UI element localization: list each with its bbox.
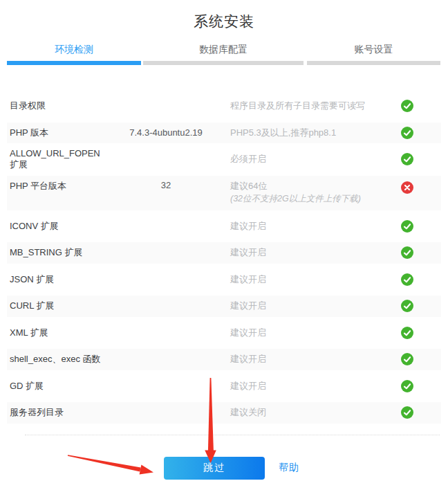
check-item-label: MB_STRING 扩展 <box>7 246 111 259</box>
requirement-text: 建议开启 <box>230 380 401 392</box>
check-item-row: ALLOW_URL_FOPEN 扩展 必须开启 <box>7 146 441 173</box>
check-item-label: GD 扩展 <box>7 380 111 392</box>
check-item-status <box>401 273 441 286</box>
status-pass-icon <box>401 273 413 286</box>
check-item-status <box>401 153 441 165</box>
check-item-label: XML 扩展 <box>7 327 111 339</box>
check-item-requirement: 建议开启 <box>221 220 401 233</box>
requirement-text: PHP5.3及以上,推荐php8.1 <box>230 127 401 139</box>
check-item-requirement: 必须开启 <box>221 153 401 165</box>
check-item-current-value: 32 <box>111 176 221 190</box>
tab-environment-check[interactable]: 环境检测 <box>7 44 141 55</box>
check-item-requirement: 建议开启 <box>221 380 401 392</box>
check-item-label: 服务器列目录 <box>7 406 111 419</box>
check-item-requirement: 建议开启 <box>221 353 401 365</box>
requirement-text: 建议开启 <box>230 353 401 365</box>
check-item-status <box>401 176 441 194</box>
status-pass-icon <box>401 406 413 419</box>
check-item-label: ICONV 扩展 <box>7 220 111 233</box>
check-item-status <box>401 380 441 392</box>
requirement-text: 建议开启 <box>230 246 401 259</box>
check-item-current-value: 7.4.3-4ubuntu2.19 <box>111 127 221 138</box>
skip-button[interactable]: 跳过 <box>164 457 265 480</box>
footer-actions: 跳过 帮助 <box>0 457 448 480</box>
check-item-status <box>401 100 441 112</box>
check-item-label: CURL 扩展 <box>7 300 111 312</box>
check-item-row: XML 扩展 建议开启 <box>7 320 441 347</box>
check-item-status <box>401 127 441 139</box>
requirement-text: 建议开启 <box>230 220 401 233</box>
requirement-text: 建议开启 <box>230 327 401 339</box>
check-item-label: JSON 扩展 <box>7 273 111 286</box>
check-item-row: CURL 扩展 建议开启 <box>7 293 441 320</box>
check-item-status <box>401 327 441 339</box>
status-pass-icon <box>401 153 413 165</box>
check-item-status <box>401 300 441 312</box>
page-title: 系统安装 <box>0 12 448 30</box>
check-item-label: PHP 平台版本 <box>7 176 111 192</box>
check-item-row: shell_exec、exec 函数 建议开启 <box>7 346 441 373</box>
check-item-label: PHP 版本 <box>7 127 111 139</box>
footer-separator <box>25 435 440 435</box>
progress-segment <box>307 61 440 65</box>
status-pass-icon <box>401 246 413 259</box>
check-item-row: ICONV 扩展 建议开启 <box>7 213 441 240</box>
check-item-requirement: 程序目录及所有子目录需要可读写 <box>221 100 401 112</box>
progress-segment <box>143 61 304 65</box>
check-item-requirement: 建议关闭 <box>221 406 401 419</box>
check-item-requirement: 建议开启 <box>221 327 401 339</box>
check-item-row: 目录权限 程序目录及所有子目录需要可读写 <box>7 93 441 120</box>
wizard-steps: 环境检测 数据库配置 账号设置 <box>7 44 441 65</box>
check-item-row: JSON 扩展 建议开启 <box>7 266 441 293</box>
check-item-requirement: 建议开启 <box>221 246 401 259</box>
check-item-requirement: PHP5.3及以上,推荐php8.1 <box>221 127 401 139</box>
status-pass-icon <box>401 327 413 339</box>
status-fail-icon <box>401 181 413 194</box>
requirement-text: 程序目录及所有子目录需要可读写 <box>230 100 401 112</box>
tab-account-setup[interactable]: 账号设置 <box>307 44 440 55</box>
check-item-label: shell_exec、exec 函数 <box>7 353 111 365</box>
requirement-text: 必须开启 <box>230 153 401 165</box>
check-item-requirement: 建议开启 <box>221 300 401 312</box>
check-item-label: 目录权限 <box>7 100 111 112</box>
check-item-row: PHP 平台版本 32 建议64位 (32位不支持2G以上文件上传下载) <box>7 173 441 213</box>
progress-segment-active <box>7 61 141 65</box>
check-item-status <box>401 406 441 419</box>
requirement-text: 建议关闭 <box>230 406 401 419</box>
status-pass-icon <box>401 100 413 112</box>
tab-database-config[interactable]: 数据库配置 <box>143 44 304 55</box>
check-item-row: GD 扩展 建议开启 <box>7 373 441 400</box>
environment-check-table: 目录权限 程序目录及所有子目录需要可读写 PHP 版本 7.4.3-4ubunt… <box>7 93 441 426</box>
check-item-row: 服务器列目录 建议关闭 <box>7 399 441 426</box>
requirement-text: 建议开启 <box>230 300 401 312</box>
check-item-requirement: 建议开启 <box>221 273 401 286</box>
status-pass-icon <box>401 380 413 392</box>
check-item-status <box>401 246 441 259</box>
check-item-status <box>401 220 441 233</box>
help-link[interactable]: 帮助 <box>279 462 299 474</box>
requirement-text: 建议64位 <box>230 180 401 192</box>
status-pass-icon <box>401 300 413 312</box>
status-pass-icon <box>401 220 413 233</box>
check-item-label: ALLOW_URL_FOPEN 扩展 <box>7 148 111 171</box>
status-pass-icon <box>401 353 413 365</box>
requirement-text: 建议开启 <box>230 273 401 286</box>
check-item-status <box>401 353 441 365</box>
status-pass-icon <box>401 127 413 139</box>
check-item-row: PHP 版本 7.4.3-4ubuntu2.19 PHP5.3及以上,推荐php… <box>7 120 441 147</box>
requirement-note: (32位不支持2G以上文件上传下载) <box>230 192 401 205</box>
step-progress-bar <box>7 61 441 65</box>
install-wizard: 系统安装 环境检测 数据库配置 账号设置 目录权限 程序目录及所有子目录需要可读… <box>0 12 448 490</box>
check-item-row: MB_STRING 扩展 建议开启 <box>7 239 441 266</box>
check-item-requirement: 建议64位 (32位不支持2G以上文件上传下载) <box>221 176 401 205</box>
